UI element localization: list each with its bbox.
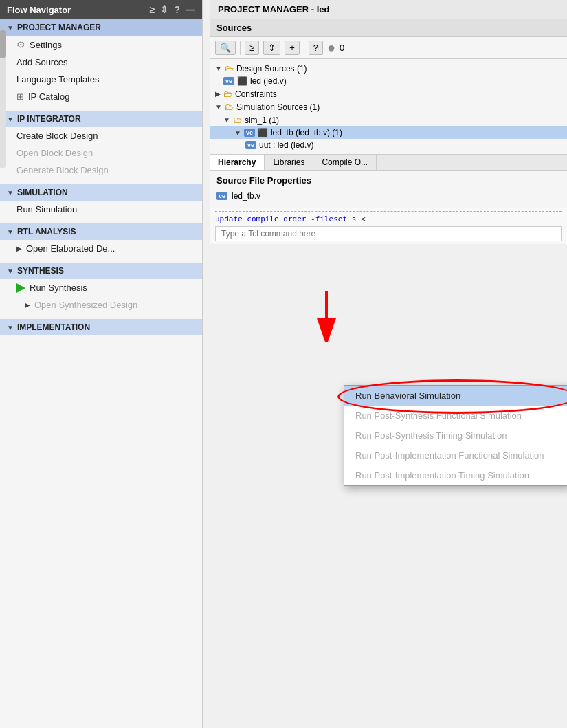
nav-create-block-design[interactable]: Create Block Design [0, 127, 202, 144]
tab-libraries[interactable]: Libraries [265, 155, 313, 170]
sources-tree: ▼ 🗁 Design Sources (1) ve ⬛ led (led.v) … [210, 59, 567, 154]
search-button[interactable]: 🔍 [215, 41, 236, 55]
gear-icon: ⚙ [16, 39, 25, 50]
design-sources-label: Design Sources (1) [236, 64, 307, 74]
nav-settings[interactable]: ⚙ Settings [0, 36, 202, 54]
ve-badge-props: ve [216, 192, 227, 200]
help-button[interactable]: ? [309, 41, 323, 55]
flow-nav-header: Flow Navigator ≥ ⇕ ? — [0, 0, 202, 19]
tree-design-sources[interactable]: ▼ 🗁 Design Sources (1) [210, 62, 567, 75]
chip-icon: ⬛ [237, 76, 247, 86]
constraints-label: Constraints [235, 89, 277, 99]
tree-led[interactable]: ve ⬛ led (led.v) [210, 75, 567, 87]
sort-button[interactable]: ⇕ [263, 41, 280, 55]
section-label: SIMULATION [17, 188, 68, 197]
folder-icon: 🗁 [225, 102, 234, 112]
nav-open-block-design: Open Block Design [0, 144, 202, 162]
section-rtl-analysis[interactable]: ▼ RTL ANALYSIS [0, 223, 202, 240]
section-project-manager[interactable]: ▼ PROJECT MANAGER [0, 19, 202, 36]
ip-icon: ⊞ [16, 91, 24, 102]
tab-hierarchy[interactable]: Hierarchy [210, 155, 265, 170]
collapse-all-button[interactable]: ≥ [245, 41, 259, 55]
tcl-area: update_compile_order -fileset s < [210, 208, 567, 244]
folder-icon: 🗁 [223, 89, 232, 99]
ve-badge: ve [244, 129, 255, 137]
nav-add-sources[interactable]: Add Sources [0, 54, 202, 71]
settings-label: Settings [30, 40, 62, 50]
dropdown-run-behavioral-sim[interactable]: Run Behavioral Simulation [344, 386, 567, 406]
tcl-command-input[interactable] [215, 226, 562, 241]
chevron-right-icon: ▶ [215, 90, 221, 98]
help-icon[interactable]: ? [174, 4, 180, 15]
run-simulation-label: Run Simulation [16, 204, 77, 214]
sources-tabs: Hierarchy Libraries Compile O... [210, 154, 567, 170]
ip-catalog-label: IP Catalog [28, 91, 69, 102]
chevron-down-icon: ▼ [7, 189, 14, 197]
add-button[interactable]: + [285, 41, 300, 55]
scrollbar-thumb[interactable] [0, 30, 6, 58]
expand-icon[interactable]: ⇕ [160, 4, 168, 15]
led-tb-label: led_tb (led_tb.v) (1) [271, 128, 342, 137]
dropdown-run-post-synth-func: Run Post-Synthesis Functional Simulation [344, 406, 567, 426]
scrollbar[interactable] [0, 30, 6, 168]
section-simulation[interactable]: ▼ SIMULATION [0, 184, 202, 201]
nav-generate-block-design: Generate Block Design [0, 162, 202, 179]
add-sources-label: Add Sources [16, 57, 67, 67]
toolbar-sep [240, 41, 241, 55]
led-label: led (led.v) [250, 76, 287, 86]
count-badge: 0 [340, 43, 344, 53]
tcl-code: update_compile_order -fileset s [215, 214, 356, 223]
nav-open-elaborated[interactable]: ▶ Open Elaborated De... [0, 240, 202, 257]
section-synthesis[interactable]: ▼ SYNTHESIS [0, 263, 202, 279]
run-synthesis-label: Run Synthesis [30, 283, 87, 293]
tab-compile-order[interactable]: Compile O... [313, 155, 377, 170]
collapse-icon[interactable]: ≥ [150, 4, 155, 15]
folder-icon: 🗁 [233, 115, 242, 125]
generate-block-design-label: Generate Block Design [16, 165, 109, 175]
section-label: IMPLEMENTATION [17, 322, 90, 332]
tree-led-tb[interactable]: ▼ ve ⬛ led_tb (led_tb.v) (1) [210, 126, 567, 139]
sim1-label: sim_1 (1) [245, 115, 279, 125]
dropdown-run-post-impl-func: Run Post-Implementation Functional Simul… [344, 445, 567, 465]
chevron-down-icon: ▼ [7, 324, 14, 331]
sources-panel: Sources 🔍 ≥ ⇕ + ? ● 0 ▼ 🗁 Design Sources [210, 19, 567, 170]
file-props-header: Source File Properties [216, 175, 560, 186]
simulation-dropdown: Run Behavioral Simulation Run Post-Synth… [344, 385, 567, 486]
tree-constraints[interactable]: ▶ 🗁 Constraints [210, 87, 567, 100]
chevron-down-icon: ▼ [7, 24, 14, 32]
chevron-down-icon: ▼ [7, 228, 14, 236]
toolbar-sep2 [304, 41, 304, 55]
chip-icon: ⬛ [258, 128, 268, 137]
language-templates-label: Language Templates [16, 74, 99, 85]
section-ip-integrator[interactable]: ▼ IP INTEGRATOR [0, 111, 202, 127]
sources-header: Sources [210, 19, 567, 37]
open-synthesized-label: Open Synthesized Design [34, 300, 137, 310]
section-label: RTL ANALYSIS [17, 227, 76, 236]
uut-label: uut : led (led.v) [259, 140, 313, 150]
tcl-arrow: < [361, 214, 366, 223]
nav-run-synthesis[interactable]: Run Synthesis [0, 279, 202, 296]
open-block-design-label: Open Block Design [16, 148, 93, 158]
section-label: IP INTEGRATOR [17, 114, 81, 124]
close-icon[interactable]: — [186, 4, 195, 15]
flow-nav-title: Flow Navigator [7, 5, 71, 15]
nav-open-synthesized-design: ▶ Open Synthesized Design [0, 296, 202, 313]
tree-simulation-sources[interactable]: ▼ 🗁 Simulation Sources (1) [210, 100, 567, 113]
open-elaborated-label: Open Elaborated De... [26, 243, 115, 254]
nav-ip-catalog[interactable]: ⊞ IP Catalog [0, 88, 202, 105]
section-label: SYNTHESIS [17, 266, 64, 276]
dropdown-run-post-impl-timing: Run Post-Implementation Timing Simulatio… [344, 465, 567, 485]
chevron-down-icon: ▼ [7, 267, 14, 275]
chevron-down-icon: ▼ [7, 115, 14, 123]
chevron-down-icon: ▼ [223, 116, 230, 124]
section-label: PROJECT MANAGER [17, 23, 101, 32]
dropdown-run-post-synth-timing: Run Post-Synthesis Timing Simulation [344, 426, 567, 445]
file-properties-panel: Source File Properties ve led_tb.v [210, 170, 567, 208]
nav-language-templates[interactable]: Language Templates [0, 71, 202, 88]
tree-uut[interactable]: ve uut : led (led.v) [210, 139, 567, 151]
red-arrow-annotation [306, 287, 347, 344]
chevron-right-icon: ▶ [16, 245, 22, 252]
section-implementation[interactable]: ▼ IMPLEMENTATION [0, 319, 202, 335]
nav-run-simulation[interactable]: Run Simulation [0, 201, 202, 218]
tree-sim1[interactable]: ▼ 🗁 sim_1 (1) [210, 113, 567, 126]
